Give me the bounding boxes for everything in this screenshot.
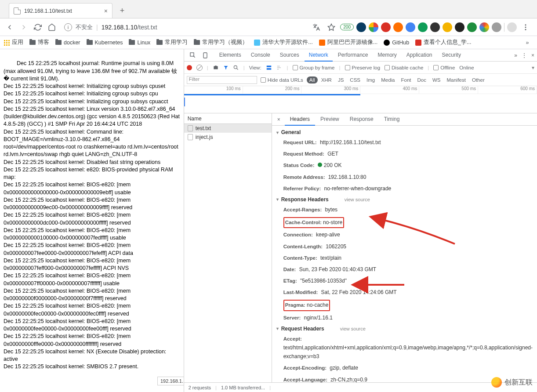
forward-button[interactable] [18, 21, 30, 33]
type-filter-doc[interactable]: Doc [415, 76, 429, 83]
folder-icon [129, 40, 135, 45]
tab-title: 192.168.1.10/test.txt [24, 8, 72, 14]
filter-input[interactable]: Filter [187, 76, 257, 84]
translate-icon[interactable] [310, 21, 323, 33]
folder-icon [87, 40, 93, 45]
ext-icon-6[interactable] [430, 22, 440, 32]
request-headers-section[interactable]: Request Headersview source [272, 324, 537, 334]
bookmark-item[interactable]: Linux [129, 40, 150, 46]
ext-icon-4[interactable] [406, 22, 415, 32]
record-button[interactable] [187, 65, 192, 70]
detail-tab-response[interactable]: Response [345, 113, 379, 126]
devtools-tab-security[interactable]: Security [438, 49, 465, 62]
ext-icon-9[interactable] [467, 22, 477, 32]
devtools-tab-memory[interactable]: Memory [373, 49, 401, 62]
bookmarks-overflow-icon[interactable]: » [521, 36, 533, 49]
response-headers-section[interactable]: Response Headersview source [272, 195, 537, 204]
type-filter-manifest[interactable]: Manifest [444, 76, 468, 83]
search-icon[interactable] [233, 65, 239, 71]
devtools-tab-network[interactable]: Network [305, 49, 333, 62]
hide-data-urls-checkbox[interactable]: Hide data URLs [261, 77, 303, 83]
type-filter-ws[interactable]: WS [430, 76, 443, 83]
reload-button[interactable] [32, 21, 44, 33]
waterfall-icon[interactable] [276, 65, 283, 71]
bookmark-item[interactable]: 查看个人信息_学... [415, 39, 471, 46]
clear-button[interactable] [196, 65, 203, 71]
general-section-header[interactable]: General [272, 127, 537, 137]
request-row[interactable]: inject.js [184, 133, 272, 142]
browser-tab[interactable]: 192.168.1.10/test.txt × [9, 3, 112, 18]
ext-icon-1[interactable] [356, 22, 366, 32]
devtools-tab-elements[interactable]: Elements [215, 49, 246, 62]
folder-icon [29, 40, 36, 45]
bookmark-item[interactable]: 博客 [29, 39, 49, 46]
large-rows-icon[interactable] [266, 65, 272, 71]
bookmark-item[interactable]: GitHub [384, 40, 409, 46]
star-icon[interactable] [325, 21, 337, 33]
header-row: Content-Length: 1062205 [272, 241, 537, 253]
detail-tab-headers[interactable]: Headers [285, 113, 315, 126]
devtools-tab-application[interactable]: Application [402, 49, 437, 62]
ext-icon-11[interactable] [492, 22, 501, 32]
devtools-tab-console[interactable]: Console [247, 49, 275, 62]
folder-icon [55, 40, 62, 45]
ext-icon-chrome[interactable] [369, 22, 378, 32]
group-by-frame-checkbox[interactable]: Group by frame [293, 65, 335, 70]
type-filter-xhr[interactable]: XHR [319, 76, 334, 83]
ext-icon-10[interactable] [479, 22, 489, 32]
address-bar[interactable]: i 不安全 | 192.168.1.10/test.txt [60, 21, 308, 34]
github-icon [384, 40, 390, 46]
header-row: Server: nginx/1.16.1 [272, 312, 537, 324]
type-filter-other[interactable]: Other [469, 76, 487, 83]
profile-icon[interactable] [507, 22, 517, 32]
ext-icon-8[interactable] [455, 22, 464, 32]
new-tab-button[interactable]: + [116, 4, 128, 17]
ext-icon-7[interactable] [443, 22, 452, 32]
menu-icon[interactable] [519, 21, 532, 33]
inspect-icon[interactable] [189, 52, 196, 59]
device-icon[interactable] [202, 52, 209, 59]
close-tab-icon[interactable]: × [104, 7, 108, 15]
detail-tab-preview[interactable]: Preview [315, 113, 345, 126]
detail-tab-timing[interactable]: Timing [379, 113, 405, 126]
devtools-close-icon[interactable]: × [531, 52, 534, 58]
home-button[interactable] [46, 21, 58, 33]
ext-icon-5[interactable] [418, 22, 428, 32]
bookmark-item[interactable]: 清华大学开源软件... [254, 39, 312, 46]
throttling-select[interactable]: Online [459, 65, 474, 70]
type-filter-css[interactable]: CSS [347, 76, 363, 83]
offline-checkbox[interactable]: Offline [433, 65, 455, 70]
type-filter-all[interactable]: All [307, 76, 318, 83]
disable-cache-checkbox[interactable]: Disable cache [385, 65, 423, 70]
network-timeline[interactable]: 100 ms200 ms300 ms400 ms500 ms600 ms [184, 86, 537, 113]
camera-icon[interactable] [213, 65, 219, 71]
preserve-log-checkbox[interactable]: Preserve log [345, 65, 381, 70]
bookmark-item[interactable]: docker [55, 40, 80, 46]
type-filter-font[interactable]: Font [399, 76, 414, 83]
devtools-tab-sources[interactable]: Sources [276, 49, 304, 62]
header-row: Status Code: 200 OK [272, 160, 537, 171]
ext-icon-3[interactable] [393, 22, 403, 32]
bookmark-item[interactable]: 阿里巴巴开源镜像... [319, 39, 377, 46]
filter-icon[interactable] [223, 65, 229, 70]
bookmark-item[interactable]: 常用学习 [156, 39, 188, 46]
bookmark-item[interactable]: 常用学习（视频） [194, 39, 248, 46]
site-info-icon[interactable]: i [64, 23, 72, 31]
bookmark-item[interactable]: Kubernetes [87, 40, 123, 46]
devtools-tabbar: ElementsConsoleSourcesNetworkPerformance… [184, 49, 537, 62]
apps-button[interactable]: 应用 [4, 39, 23, 46]
type-filter-img[interactable]: Img [364, 76, 377, 83]
type-filter-media[interactable]: Media [378, 76, 397, 83]
close-detail-icon[interactable]: × [274, 116, 284, 123]
header-row: Last-Modified: Sat, 22 Feb 2020 14:24:06… [272, 287, 537, 298]
devtools-tab-performance[interactable]: Performance [334, 49, 373, 62]
devtools-menu-icon[interactable]: ⋮ [522, 52, 527, 58]
back-button[interactable] [4, 21, 16, 33]
file-icon [188, 134, 193, 140]
request-row[interactable]: test.txt [184, 124, 272, 133]
ext-icon-adblock[interactable] [381, 22, 391, 32]
devtools-statusbar: 2 requests | 1.0 MB transferred... | [184, 382, 537, 392]
more-tabs-icon[interactable]: » [514, 52, 517, 58]
name-column-header[interactable]: Name [184, 113, 272, 124]
type-filter-js[interactable]: JS [335, 76, 346, 83]
